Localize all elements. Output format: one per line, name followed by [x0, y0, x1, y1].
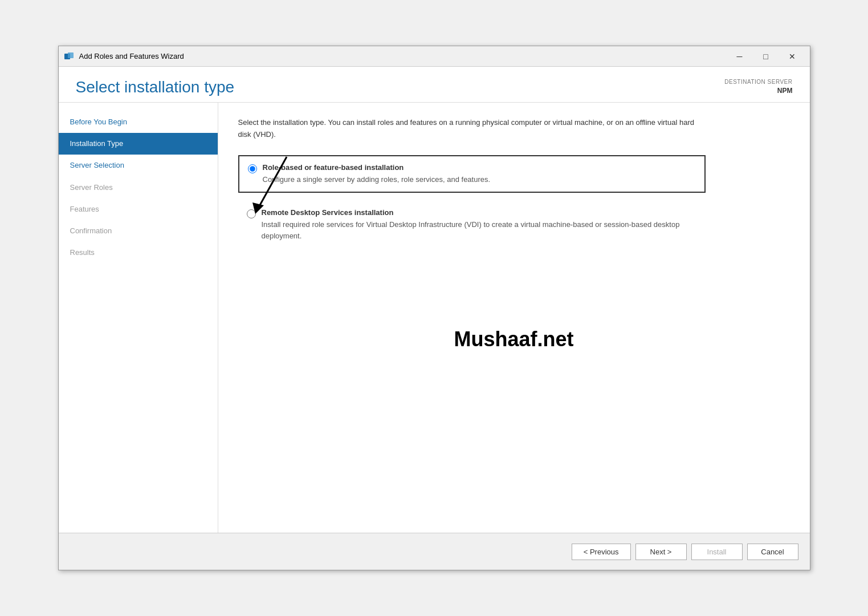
window-title: Add Roles and Features Wizard: [79, 52, 727, 60]
install-button[interactable]: Install: [691, 544, 743, 560]
close-button[interactable]: ✕: [779, 48, 805, 65]
destination-name: NPM: [724, 86, 792, 96]
sidebar-item-server-roles: Server Roles: [59, 177, 218, 198]
minimize-button[interactable]: ─: [727, 48, 753, 65]
page-title: Select installation type: [76, 78, 235, 96]
role-based-option[interactable]: Role-based or feature-based installation…: [238, 155, 706, 193]
remote-desktop-desc: Install required role services for Virtu…: [262, 219, 697, 241]
sidebar-item-server-selection[interactable]: Server Selection: [59, 155, 218, 176]
role-based-radio[interactable]: [248, 164, 257, 173]
remote-desktop-radio-container[interactable]: [247, 209, 256, 221]
sidebar-item-results: Results: [59, 242, 218, 264]
role-based-radio-container[interactable]: [248, 164, 257, 176]
destination-server-info: DESTINATION SERVER NPM: [724, 78, 792, 96]
svg-rect-1: [68, 52, 74, 58]
cancel-button[interactable]: Cancel: [747, 544, 798, 560]
sidebar: Before You Begin Installation Type Serve…: [59, 103, 218, 533]
title-bar: Add Roles and Features Wizard ─ □ ✕: [59, 46, 810, 67]
role-based-desc: Configure a single server by adding role…: [263, 174, 491, 185]
role-based-text: Role-based or feature-based installation…: [263, 163, 491, 185]
remote-desktop-radio[interactable]: [247, 209, 256, 218]
header-bar: Select installation type DESTINATION SER…: [59, 67, 810, 103]
maximize-button[interactable]: □: [753, 48, 779, 65]
window-controls: ─ □ ✕: [727, 48, 805, 65]
sidebar-item-installation-type[interactable]: Installation Type: [59, 133, 218, 155]
description-text: Select the installation type. You can in…: [238, 117, 706, 141]
app-icon: [63, 51, 75, 62]
destination-label: DESTINATION SERVER: [724, 78, 792, 86]
sidebar-item-confirmation: Confirmation: [59, 220, 218, 242]
footer: < Previous Next > Install Cancel: [59, 533, 810, 570]
content-area: Select the installation type. You can in…: [218, 103, 810, 533]
remote-desktop-title: Remote Desktop Services installation: [262, 208, 697, 217]
sidebar-item-before-you-begin[interactable]: Before You Begin: [59, 111, 218, 133]
next-button[interactable]: Next >: [635, 544, 687, 560]
watermark: Mushaaf.net: [454, 327, 573, 351]
remote-desktop-option[interactable]: Remote Desktop Services installation Ins…: [238, 201, 706, 248]
main-content: Before You Begin Installation Type Serve…: [59, 103, 810, 533]
sidebar-item-features: Features: [59, 198, 218, 220]
remote-desktop-text: Remote Desktop Services installation Ins…: [262, 208, 697, 241]
role-based-title: Role-based or feature-based installation: [263, 163, 491, 172]
previous-button[interactable]: < Previous: [572, 544, 631, 560]
wizard-window: Add Roles and Features Wizard ─ □ ✕ Sele…: [58, 46, 810, 570]
